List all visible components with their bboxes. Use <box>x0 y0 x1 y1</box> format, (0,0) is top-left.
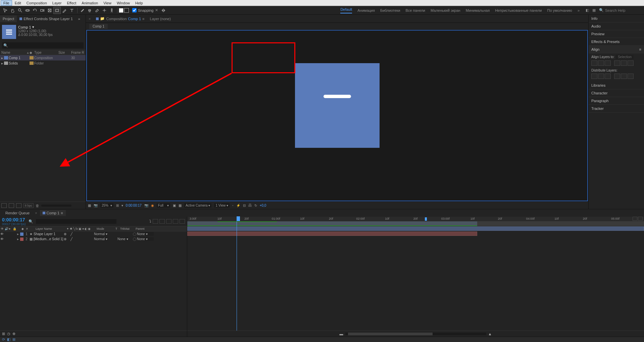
menu-view[interactable]: View <box>101 0 114 6</box>
status-icon-1[interactable]: ⟳ <box>2 337 5 342</box>
dist-bottom-icon[interactable] <box>605 74 611 79</box>
zoom-in-icon[interactable]: ▲ <box>488 332 492 336</box>
hand-tool[interactable] <box>9 7 16 14</box>
magnification-icon[interactable]: 📷 <box>94 204 98 207</box>
view-dropdown[interactable]: 1 View ▾ <box>214 203 230 208</box>
transparency-grid-icon[interactable]: ▦ <box>179 204 182 207</box>
workspace-menu-icon[interactable]: ▦ <box>592 8 596 12</box>
layer-bar-1[interactable] <box>187 226 644 231</box>
rectangle-tool[interactable] <box>54 7 60 14</box>
menu-edit[interactable]: Edit <box>12 0 24 6</box>
col-solo-icon[interactable]: ● <box>8 227 12 230</box>
search-help[interactable]: 🔍 <box>599 8 642 12</box>
col-number[interactable]: # <box>26 227 30 230</box>
align-right-icon[interactable] <box>605 60 611 66</box>
layer-name[interactable]: Shape Layer 1 <box>33 232 64 236</box>
menu-effect[interactable]: Effect <box>64 0 79 6</box>
hide-shy-icon[interactable] <box>159 219 165 224</box>
col-label-icon[interactable]: ◆ <box>21 227 26 230</box>
brush-tool[interactable] <box>79 7 86 14</box>
resolution-dropdown[interactable]: Full ▾ <box>157 203 170 208</box>
timeline-comp-tab[interactable]: Comp 1 ≡ <box>40 210 66 216</box>
comp-viewer-tab[interactable]: 📁Composition Comp 1 ≡ <box>96 16 144 21</box>
timeline-icon[interactable]: ⊟ <box>243 204 246 207</box>
parent-dropdown[interactable]: None ▾ <box>137 232 154 236</box>
ws-libraries[interactable]: Библиотеки <box>380 8 400 12</box>
dist-right-icon[interactable] <box>628 74 634 79</box>
roto-brush-tool[interactable] <box>101 7 108 14</box>
new-folder-icon[interactable] <box>9 203 14 208</box>
timeline-tracks[interactable]: 3:00f 10f 20f 01:00f 10f 20f 02:00f 10f … <box>187 217 644 337</box>
menu-animation[interactable]: Animation <box>79 0 101 6</box>
align-bottom-icon[interactable] <box>628 60 634 66</box>
resolution-down-icon[interactable]: ▾ <box>121 204 123 207</box>
toggle-in-out-icon[interactable]: ⊕ <box>12 332 15 336</box>
menu-layer[interactable]: Layer <box>50 0 64 6</box>
reset-exposure-icon[interactable]: ↻ <box>254 204 257 207</box>
align-left-icon[interactable] <box>591 60 597 66</box>
project-item-comp[interactable]: ▸Comp 1 Composition30 <box>0 55 86 60</box>
menu-composition[interactable]: Composition <box>24 0 50 6</box>
align-vcenter-icon[interactable] <box>621 60 627 66</box>
status-icon-3[interactable]: ⊞ <box>12 337 15 342</box>
interpret-footage-icon[interactable] <box>1 203 7 208</box>
align-to-dropdown[interactable]: Selection <box>616 55 634 59</box>
col-trkmat[interactable]: TrkMat <box>119 227 135 230</box>
panel-menu-icon[interactable]: ≡ <box>639 47 641 51</box>
comp-canvas[interactable] <box>295 63 380 148</box>
time-navigator[interactable] <box>345 333 486 335</box>
align-hcenter-icon[interactable] <box>598 60 604 66</box>
comp-dropdown-icon[interactable]: ▾ <box>32 25 34 29</box>
graph-editor-icon[interactable] <box>180 219 185 224</box>
layer-name[interactable]: [Medium...e Solid 1] <box>33 237 64 241</box>
new-comp-icon[interactable] <box>16 203 21 208</box>
ws-overflow[interactable]: » <box>578 8 580 12</box>
ws-default-ru[interactable]: По умолчанию <box>547 8 572 12</box>
menu-help[interactable]: Help <box>133 0 146 6</box>
resolution-full-icon[interactable]: ⊞ <box>116 204 119 207</box>
col-size[interactable]: Size <box>58 51 71 54</box>
project-tab[interactable]: Project <box>0 15 17 22</box>
pen-tool[interactable] <box>61 7 68 14</box>
parent-pickwhip-icon[interactable] <box>133 232 136 236</box>
project-item-solids[interactable]: ▸Solids Folder <box>0 60 86 66</box>
eraser-tool[interactable] <box>94 7 100 14</box>
puppet-tool[interactable] <box>108 7 115 14</box>
layer-viewer-tab[interactable]: Layer (none) <box>150 17 171 21</box>
snap-collapse-icon[interactable] <box>160 7 167 14</box>
dist-left-icon[interactable] <box>614 74 620 79</box>
playhead-line[interactable] <box>237 221 237 335</box>
col-audio-icon[interactable]: 🔊 <box>4 227 8 230</box>
layer-row-2[interactable]: 👁 ▸ 2 ▦ [Medium...e Solid 1] ⊕╱ Normal ▾… <box>0 237 187 242</box>
current-timecode[interactable]: 0:00:00:17 <box>2 217 26 222</box>
zoom-out-icon[interactable]: ▬ <box>340 332 343 336</box>
ws-animation[interactable]: Анимация <box>357 8 375 12</box>
show-channel-icon[interactable]: ◉ <box>151 204 154 207</box>
blend-mode-dropdown[interactable]: Normal ▾ <box>94 237 107 241</box>
panel-audio[interactable]: Audio <box>589 23 644 30</box>
col-type[interactable]: Type <box>34 51 58 54</box>
layer-row-1[interactable]: 👁 ▸ 1 ★ Shape Layer 1 ⊕╱ Normal ▾ None ▾ <box>0 231 187 237</box>
work-area-bar[interactable] <box>187 221 644 226</box>
zoom-dropdown[interactable]: 25% ▾ <box>100 203 113 208</box>
align-top-icon[interactable] <box>614 60 620 66</box>
bit-depth[interactable]: 8 bpc <box>23 203 34 208</box>
ws-default[interactable]: Default <box>340 7 352 13</box>
comp-button-icon[interactable] <box>638 217 643 221</box>
preview-time[interactable]: 0:00:00:17 <box>126 204 142 207</box>
dist-hcenter-icon[interactable] <box>621 74 627 79</box>
ws-minimal[interactable]: Минимальная <box>466 8 490 12</box>
video-toggle[interactable]: 👁 <box>0 237 4 241</box>
col-name[interactable]: Name <box>0 51 26 54</box>
toggle-switches-icon[interactable]: ⊞ <box>2 332 5 336</box>
comp-subtab[interactable]: Comp 1 <box>89 24 108 29</box>
stroke-swatch[interactable] <box>124 8 129 13</box>
menu-file[interactable]: File <box>1 0 12 6</box>
col-framerate[interactable]: Frame R <box>71 51 86 54</box>
roi-icon[interactable]: ▣ <box>173 204 176 207</box>
snapshot-icon[interactable]: 📷 <box>144 204 148 207</box>
comp-end-marker[interactable] <box>425 217 427 221</box>
col-lock-icon[interactable]: 🔒 <box>12 227 16 230</box>
parent-pickwhip-icon[interactable] <box>133 238 136 241</box>
type-tool[interactable] <box>68 7 75 14</box>
